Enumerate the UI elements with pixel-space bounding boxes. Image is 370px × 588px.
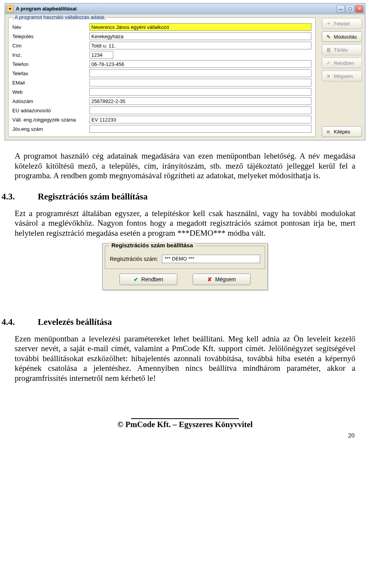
- close-button[interactable]: ✕: [355, 5, 363, 13]
- minimize-button[interactable]: —: [336, 5, 345, 13]
- label-email: EMail: [12, 79, 89, 86]
- rendben-button[interactable]: ✓ Rendben: [322, 57, 362, 68]
- heading-4-3-text: Regisztrációs szám beállítása: [38, 192, 148, 201]
- input-adoszam[interactable]: [89, 97, 311, 105]
- input-telefax[interactable]: [89, 69, 311, 77]
- input-joveng[interactable]: [89, 125, 311, 133]
- plus-icon: ＋: [325, 20, 331, 27]
- page-number: 20: [0, 429, 370, 439]
- footer-divider: [131, 418, 239, 419]
- input-nev[interactable]: [89, 23, 311, 31]
- megsem-label: Mégsem: [334, 73, 353, 79]
- dialog-megsem-label: Mégsem: [215, 276, 236, 282]
- input-email[interactable]: [89, 79, 311, 86]
- modositas-label: Módosítás: [334, 34, 357, 40]
- cross-icon: ✘: [207, 276, 212, 282]
- torles-label: Törlés: [334, 47, 348, 53]
- maximize-button[interactable]: ▢: [346, 5, 354, 13]
- check-icon: ✓: [325, 60, 331, 66]
- heading-4-3: 4.3.Regisztrációs szám beállítása: [0, 181, 370, 206]
- felvitel-button[interactable]: ＋ Felvitel: [322, 18, 362, 29]
- modositas-button[interactable]: ✎ Módosítás: [322, 31, 362, 42]
- heading-4-3-num: 4.3.: [15, 192, 38, 202]
- window-title: A program alapbeállításai: [16, 6, 334, 12]
- felvitel-label: Felvitel: [334, 21, 350, 27]
- window-titlebar: ✦ A program alapbeállításai — ▢ ✕: [5, 3, 365, 14]
- label-irsz: Irsz.: [12, 51, 89, 59]
- label-web: Web: [12, 88, 89, 96]
- registration-dialog: Regisztrációs szám beállítása Regisztrác…: [102, 243, 268, 290]
- rendben-label: Rendben: [334, 60, 354, 66]
- dialog-rendben-label: Rendben: [141, 276, 163, 282]
- kilepes-button[interactable]: ⎋ Kilépés: [322, 126, 362, 137]
- label-vall: Váll. eng./cégjegyzék száma: [12, 116, 89, 123]
- input-telepules[interactable]: [89, 32, 311, 40]
- registration-label: Regisztrációs szám:: [110, 256, 158, 262]
- company-data-groupbox: A programot használó vállalkozás adatai …: [8, 17, 316, 137]
- torles-button[interactable]: 🗑 Törlés: [322, 44, 362, 55]
- groupbox-legend: A programot használó vállalkozás adatai: [12, 14, 107, 20]
- label-nev: Név: [12, 23, 89, 31]
- footer-text: © PmCode Kft. – Egyszeres Könyvvitel: [0, 420, 370, 429]
- input-telefon[interactable]: [89, 60, 311, 68]
- heading-4-4-text: Levelezés beállítása: [38, 317, 112, 327]
- label-telefax: Telefax: [12, 69, 89, 77]
- label-euado: EU adóazonosító: [12, 106, 89, 114]
- label-cim: Cím: [12, 42, 89, 49]
- registration-groupbox-legend: Regisztrációs szám beállítása: [109, 242, 195, 248]
- input-euado[interactable]: [89, 106, 311, 114]
- label-adoszam: Adószám: [12, 97, 89, 105]
- dialog-rendben-button[interactable]: ✔ Rendben: [119, 274, 177, 285]
- paragraph-3: Ezen menüpontban a levelezési paramétere…: [0, 331, 370, 384]
- exit-icon: ⎋: [325, 129, 331, 135]
- trash-icon: 🗑: [325, 47, 331, 53]
- page-footer: © PmCode Kft. – Egyszeres Könyvvitel: [0, 418, 370, 429]
- dialog-megsem-button[interactable]: ✘ Mégsem: [193, 274, 251, 285]
- label-telepules: Település: [12, 32, 89, 40]
- paragraph-2: Ezt a programrészt általában egyszer, a …: [0, 206, 370, 238]
- cancel-icon: ✕: [325, 73, 331, 79]
- app-icon: ✦: [7, 5, 13, 12]
- label-joveng: Jöv.eng.szám: [12, 125, 89, 133]
- input-irsz[interactable]: [89, 51, 113, 59]
- megsem-button[interactable]: ✕ Mégsem: [322, 71, 362, 81]
- input-vall[interactable]: [89, 116, 311, 123]
- settings-window: ✦ A program alapbeállításai — ▢ ✕ A prog…: [5, 3, 365, 140]
- edit-icon: ✎: [325, 34, 331, 40]
- label-telefon: Telefon: [12, 60, 89, 68]
- paragraph-1: A programot használó cég adatainak megad…: [0, 140, 370, 181]
- kilepes-label: Kilépés: [334, 129, 350, 135]
- check-icon: ✔: [134, 276, 138, 282]
- input-cim[interactable]: [89, 42, 311, 49]
- side-button-panel: ＋ Felvitel ✎ Módosítás 🗑 Törlés ✓ Rendbe…: [319, 14, 365, 140]
- input-web[interactable]: [89, 88, 311, 96]
- heading-4-4-num: 4.4.: [15, 317, 38, 327]
- heading-4-4: 4.4.Levelezés beállítása: [0, 290, 370, 331]
- registration-input[interactable]: [162, 255, 260, 263]
